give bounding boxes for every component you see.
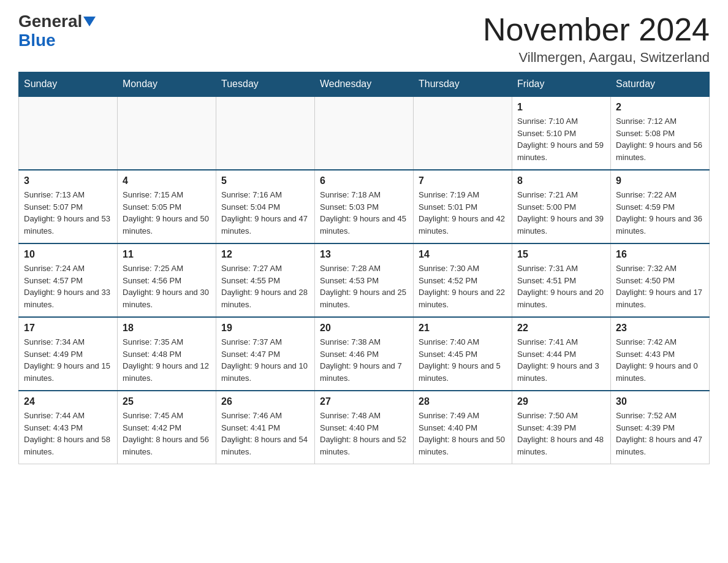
day-number: 25 — [123, 396, 211, 407]
day-info: Sunrise: 7:41 AMSunset: 4:44 PMDaylight:… — [517, 336, 605, 384]
day-cell: 24Sunrise: 7:44 AMSunset: 4:43 PMDayligh… — [19, 391, 118, 464]
header-day-saturday: Saturday — [611, 72, 710, 97]
day-cell: 6Sunrise: 7:18 AMSunset: 5:03 PMDaylight… — [315, 170, 414, 243]
logo: General Blue — [18, 12, 96, 50]
day-info: Sunrise: 7:35 AMSunset: 4:48 PMDaylight:… — [123, 336, 211, 384]
header-day-tuesday: Tuesday — [216, 72, 315, 97]
day-cell: 5Sunrise: 7:16 AMSunset: 5:04 PMDaylight… — [216, 170, 315, 243]
day-number: 22 — [517, 323, 605, 334]
day-cell: 15Sunrise: 7:31 AMSunset: 4:51 PMDayligh… — [512, 243, 611, 317]
day-cell — [414, 96, 512, 170]
day-cell: 29Sunrise: 7:50 AMSunset: 4:39 PMDayligh… — [512, 391, 611, 464]
day-cell: 17Sunrise: 7:34 AMSunset: 4:49 PMDayligh… — [19, 317, 118, 391]
day-number: 12 — [221, 249, 309, 260]
day-info: Sunrise: 7:15 AMSunset: 5:05 PMDaylight:… — [123, 189, 211, 237]
day-number: 26 — [221, 396, 309, 407]
day-number: 14 — [419, 249, 507, 260]
day-cell: 20Sunrise: 7:38 AMSunset: 4:46 PMDayligh… — [315, 317, 414, 391]
subtitle: Villmergen, Aargau, Switzerland — [483, 50, 710, 66]
day-info: Sunrise: 7:10 AMSunset: 5:10 PMDaylight:… — [517, 115, 605, 163]
day-cell: 1Sunrise: 7:10 AMSunset: 5:10 PMDaylight… — [512, 96, 611, 170]
day-number: 27 — [320, 396, 408, 407]
day-number: 28 — [419, 396, 507, 407]
day-number: 7 — [419, 175, 507, 186]
day-info: Sunrise: 7:18 AMSunset: 5:03 PMDaylight:… — [320, 189, 408, 237]
day-cell: 22Sunrise: 7:41 AMSunset: 4:44 PMDayligh… — [512, 317, 611, 391]
day-info: Sunrise: 7:34 AMSunset: 4:49 PMDaylight:… — [24, 336, 112, 384]
day-info: Sunrise: 7:27 AMSunset: 4:55 PMDaylight:… — [221, 262, 309, 310]
day-info: Sunrise: 7:44 AMSunset: 4:43 PMDaylight:… — [24, 410, 112, 458]
day-info: Sunrise: 7:16 AMSunset: 5:04 PMDaylight:… — [221, 189, 309, 237]
day-number: 15 — [517, 249, 605, 260]
logo-blue: Blue — [18, 31, 56, 50]
day-cell: 7Sunrise: 7:19 AMSunset: 5:01 PMDaylight… — [414, 170, 512, 243]
week-row-2: 3Sunrise: 7:13 AMSunset: 5:07 PMDaylight… — [19, 170, 710, 243]
header: General Blue November 2024 Villmergen, A… — [18, 12, 710, 66]
day-number: 1 — [517, 102, 605, 113]
day-cell: 14Sunrise: 7:30 AMSunset: 4:52 PMDayligh… — [414, 243, 512, 317]
day-cell — [19, 96, 118, 170]
day-cell: 8Sunrise: 7:21 AMSunset: 5:00 PMDaylight… — [512, 170, 611, 243]
week-row-4: 17Sunrise: 7:34 AMSunset: 4:49 PMDayligh… — [19, 317, 710, 391]
week-row-5: 24Sunrise: 7:44 AMSunset: 4:43 PMDayligh… — [19, 391, 710, 464]
day-info: Sunrise: 7:22 AMSunset: 4:59 PMDaylight:… — [616, 189, 704, 237]
day-info: Sunrise: 7:24 AMSunset: 4:57 PMDaylight:… — [24, 262, 112, 310]
day-cell: 23Sunrise: 7:42 AMSunset: 4:43 PMDayligh… — [611, 317, 710, 391]
day-number: 2 — [616, 102, 704, 113]
header-day-monday: Monday — [118, 72, 216, 97]
header-day-sunday: Sunday — [19, 72, 118, 97]
calendar-body: 1Sunrise: 7:10 AMSunset: 5:10 PMDaylight… — [19, 96, 710, 464]
week-row-3: 10Sunrise: 7:24 AMSunset: 4:57 PMDayligh… — [19, 243, 710, 317]
header-day-friday: Friday — [512, 72, 611, 97]
day-cell: 11Sunrise: 7:25 AMSunset: 4:56 PMDayligh… — [118, 243, 216, 317]
day-number: 24 — [24, 396, 112, 407]
day-cell: 13Sunrise: 7:28 AMSunset: 4:53 PMDayligh… — [315, 243, 414, 317]
day-number: 4 — [123, 175, 211, 186]
day-cell: 4Sunrise: 7:15 AMSunset: 5:05 PMDaylight… — [118, 170, 216, 243]
day-info: Sunrise: 7:49 AMSunset: 4:40 PMDaylight:… — [419, 410, 507, 458]
header-day-thursday: Thursday — [414, 72, 512, 97]
day-number: 21 — [419, 323, 507, 334]
day-cell — [118, 96, 216, 170]
header-row: SundayMondayTuesdayWednesdayThursdayFrid… — [19, 72, 710, 97]
logo-triangle-icon — [83, 17, 96, 26]
day-number: 17 — [24, 323, 112, 334]
day-cell: 10Sunrise: 7:24 AMSunset: 4:57 PMDayligh… — [19, 243, 118, 317]
day-number: 3 — [24, 175, 112, 186]
day-info: Sunrise: 7:42 AMSunset: 4:43 PMDaylight:… — [616, 336, 704, 384]
header-day-wednesday: Wednesday — [315, 72, 414, 97]
day-cell: 26Sunrise: 7:46 AMSunset: 4:41 PMDayligh… — [216, 391, 315, 464]
day-info: Sunrise: 7:52 AMSunset: 4:39 PMDaylight:… — [616, 410, 704, 458]
title-section: November 2024 Villmergen, Aargau, Switze… — [483, 12, 710, 66]
day-number: 11 — [123, 249, 211, 260]
day-cell — [216, 96, 315, 170]
day-info: Sunrise: 7:32 AMSunset: 4:50 PMDaylight:… — [616, 262, 704, 310]
day-cell: 28Sunrise: 7:49 AMSunset: 4:40 PMDayligh… — [414, 391, 512, 464]
day-cell: 25Sunrise: 7:45 AMSunset: 4:42 PMDayligh… — [118, 391, 216, 464]
day-info: Sunrise: 7:45 AMSunset: 4:42 PMDaylight:… — [123, 410, 211, 458]
day-cell: 12Sunrise: 7:27 AMSunset: 4:55 PMDayligh… — [216, 243, 315, 317]
day-number: 30 — [616, 396, 704, 407]
day-info: Sunrise: 7:31 AMSunset: 4:51 PMDaylight:… — [517, 262, 605, 310]
day-number: 5 — [221, 175, 309, 186]
day-info: Sunrise: 7:21 AMSunset: 5:00 PMDaylight:… — [517, 189, 605, 237]
day-number: 13 — [320, 249, 408, 260]
day-info: Sunrise: 7:28 AMSunset: 4:53 PMDaylight:… — [320, 262, 408, 310]
page-title: November 2024 — [483, 12, 710, 47]
day-cell: 19Sunrise: 7:37 AMSunset: 4:47 PMDayligh… — [216, 317, 315, 391]
day-cell — [315, 96, 414, 170]
day-cell: 21Sunrise: 7:40 AMSunset: 4:45 PMDayligh… — [414, 317, 512, 391]
day-info: Sunrise: 7:12 AMSunset: 5:08 PMDaylight:… — [616, 115, 704, 163]
day-number: 23 — [616, 323, 704, 334]
day-number: 18 — [123, 323, 211, 334]
day-number: 20 — [320, 323, 408, 334]
day-cell: 18Sunrise: 7:35 AMSunset: 4:48 PMDayligh… — [118, 317, 216, 391]
day-info: Sunrise: 7:38 AMSunset: 4:46 PMDaylight:… — [320, 336, 408, 384]
day-info: Sunrise: 7:50 AMSunset: 4:39 PMDaylight:… — [517, 410, 605, 458]
day-info: Sunrise: 7:19 AMSunset: 5:01 PMDaylight:… — [419, 189, 507, 237]
day-info: Sunrise: 7:25 AMSunset: 4:56 PMDaylight:… — [123, 262, 211, 310]
logo-general: General — [18, 12, 82, 31]
day-info: Sunrise: 7:13 AMSunset: 5:07 PMDaylight:… — [24, 189, 112, 237]
calendar-header: SundayMondayTuesdayWednesdayThursdayFrid… — [19, 72, 710, 97]
day-number: 8 — [517, 175, 605, 186]
